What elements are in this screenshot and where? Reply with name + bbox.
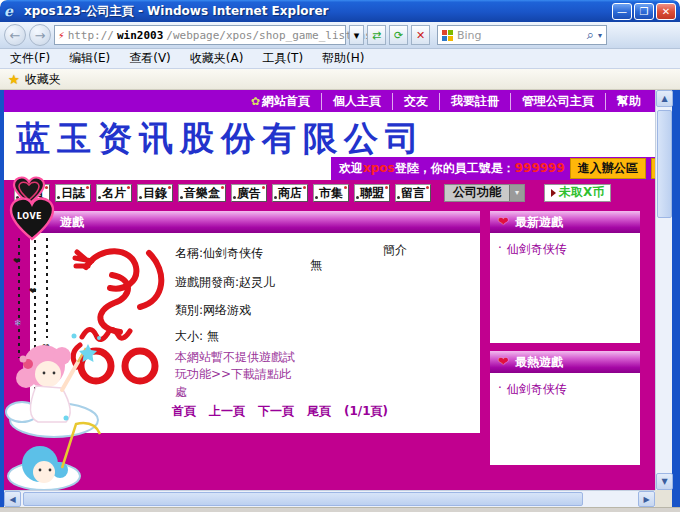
nav-register[interactable]: 我要註冊 [440, 93, 511, 110]
menu-bar: 文件(F) 编辑(E) 查看(V) 收藏夹(A) 工具(T) 帮助(H) [0, 49, 680, 69]
maximize-button[interactable]: ❐ [634, 3, 654, 20]
favorites-label[interactable]: 收藏夹 [25, 71, 61, 88]
back-button[interactable]: ← [4, 24, 26, 46]
tab-card[interactable]: 名片 [96, 184, 132, 202]
company-functions-select[interactable]: 公司功能 ▾ [444, 184, 525, 202]
search-icon[interactable]: ⌕ [587, 27, 594, 43]
intro-value: 無 [310, 257, 322, 274]
welcome-message: 欢迎xpos登陸，你的員工號是：999999 [339, 160, 565, 177]
back-icon: ← [10, 28, 21, 43]
address-dropdown-button[interactable]: ▾ [349, 25, 364, 45]
hottest-game-link[interactable]: · 仙剑奇侠传 [490, 373, 640, 398]
game-developer: 遊戲開發商:赵灵儿 [175, 274, 275, 291]
tab-musicbox[interactable]: 音樂盒 [178, 184, 226, 202]
url-path: /webpage/xpos/shop_game_list.asp [166, 29, 378, 42]
tab-ads[interactable]: 廣告 [231, 184, 267, 202]
nav-manage-company[interactable]: 管理公司主頁 [511, 93, 606, 110]
window-frame-right [672, 90, 680, 507]
page-next-link[interactable]: 下一頁 [258, 403, 294, 420]
pagination: 首頁 上一頁 下一頁 尾頁 (1/1頁) [172, 403, 388, 420]
address-bar[interactable]: ⚡ http://win2003/webpage/xpos/shop_game_… [54, 25, 346, 45]
close-button[interactable]: ✕ [656, 3, 676, 20]
flower-icon: ✿ [251, 95, 260, 108]
love-heart-label: LOVE [17, 212, 42, 221]
tab-alliance[interactable]: 聯盟 [354, 184, 390, 202]
ie-logo-icon: e [4, 3, 20, 19]
arrow-left-icon: ◀ [9, 495, 15, 504]
window-title: xpos123-公司主頁 - Windows Internet Explorer [24, 3, 612, 20]
minimize-button[interactable]: — [612, 3, 632, 20]
menu-help[interactable]: 帮助(H) [322, 50, 364, 67]
chevron-down-icon: ▾ [509, 185, 524, 201]
search-placeholder: Bing [457, 29, 583, 42]
enter-office-button[interactable]: 進入辦公區 [570, 158, 646, 179]
page-prev-link[interactable]: 上一頁 [209, 403, 245, 420]
arrow-right-icon [551, 189, 556, 197]
forward-button[interactable]: → [29, 24, 51, 46]
game-category: 類別:网络游戏 [175, 302, 251, 319]
menu-file[interactable]: 文件(F) [10, 50, 50, 67]
bead-chain-decoration [46, 238, 48, 338]
tab-message[interactable]: 留言 [395, 184, 431, 202]
tab-catalog[interactable]: 目錄 [137, 184, 173, 202]
refresh-button[interactable]: ⟳ [389, 25, 408, 45]
go-button[interactable]: ⇄ [367, 25, 386, 45]
hottest-games-box: ❤ 最熱遊戲 · 仙剑奇侠传 [490, 351, 640, 465]
arrow-down-icon: ▼ [661, 477, 667, 486]
page-last-link[interactable]: 尾頁 [307, 403, 331, 420]
scroll-left-button[interactable]: ◀ [4, 491, 21, 507]
heart-icon: ❤ [498, 351, 509, 373]
url-host: win2003 [117, 29, 163, 42]
tab-home[interactable]: 首頁 [14, 184, 50, 202]
vertical-scroll-thumb[interactable] [657, 110, 672, 218]
intro-label: 簡介 [383, 242, 407, 259]
favorites-bar: ★ 收藏夹 [0, 69, 680, 90]
vertical-scrollbar[interactable]: ▲ ▼ [655, 90, 672, 490]
horizontal-scroll-thumb[interactable] [23, 492, 583, 506]
site-tabs: 首頁 日誌 名片 目錄 音樂盒 廣告 商店 市集 聯盟 留言 公司功能 ▾ 未取… [4, 180, 655, 205]
hottest-games-header: ❤ 最熱遊戲 [490, 351, 640, 373]
scrollbar-corner [655, 490, 672, 507]
star-icon: ★ [8, 72, 20, 87]
menu-favorites[interactable]: 收藏夹(A) [190, 50, 244, 67]
search-input[interactable]: Bing ⌕ ▾ [437, 25, 607, 45]
stop-button[interactable]: ✕ [411, 25, 430, 45]
menu-edit[interactable]: 编辑(E) [69, 50, 110, 67]
nav-help[interactable]: 幫助 [606, 93, 641, 110]
arrow-up-icon: ▲ [661, 94, 667, 103]
download-link[interactable]: 本網站暫不提供遊戲試玩功能>>下載請點此處 [175, 349, 297, 401]
page-first-link[interactable]: 首頁 [172, 403, 196, 420]
chevron-down-icon: ▾ [354, 29, 360, 42]
horizontal-scrollbar[interactable]: ◀ ▶ [4, 490, 655, 507]
mini-heart-icon: ❤ [42, 342, 50, 352]
stop-icon: ✕ [416, 29, 425, 42]
bullet: · [498, 381, 502, 398]
heart-icon: ❤ [498, 211, 509, 233]
menu-view[interactable]: 查看(V) [129, 50, 171, 67]
url-protocol: http:// [68, 29, 114, 42]
browser-window: e xpos123-公司主頁 - Windows Internet Explor… [0, 0, 680, 512]
nav-personal-home[interactable]: 個人主頁 [322, 93, 393, 110]
bullet: · [498, 241, 502, 258]
mini-heart-icon: ❤ [13, 256, 21, 266]
nav-friends[interactable]: 交友 [393, 93, 440, 110]
web-page: ✿網站首頁 個人主頁 交友 我要註冊 管理公司主頁 幫助 蓝玉资讯股份有限公司 … [4, 90, 655, 490]
page-favicon-icon: ⚡ [58, 29, 65, 42]
newest-game-link[interactable]: · 仙剑奇侠传 [490, 233, 640, 258]
forward-icon: → [35, 28, 46, 43]
search-dropdown-icon[interactable]: ▾ [598, 31, 602, 40]
tab-market[interactable]: 市集 [313, 184, 349, 202]
menu-tools[interactable]: 工具(T) [262, 50, 303, 67]
game-panel-header: 遊戲 [30, 211, 480, 233]
tab-blog[interactable]: 日誌 [55, 184, 91, 202]
scroll-up-button[interactable]: ▲ [656, 90, 673, 107]
nav-site-home[interactable]: ✿網站首頁 [240, 93, 322, 110]
mini-heart-icon: ❤ [29, 286, 37, 296]
tab-shop[interactable]: 商店 [272, 184, 308, 202]
doodle-bird-drawing [52, 239, 184, 397]
go-icon: ⇄ [372, 29, 381, 42]
welcome-bar: 欢迎xpos登陸，你的員工號是：999999 進入辦公區 登 出 [331, 157, 655, 180]
scroll-down-button[interactable]: ▼ [656, 473, 673, 490]
scroll-right-button[interactable]: ▶ [638, 491, 655, 507]
xcoin-button[interactable]: 未取X币 [544, 184, 611, 202]
